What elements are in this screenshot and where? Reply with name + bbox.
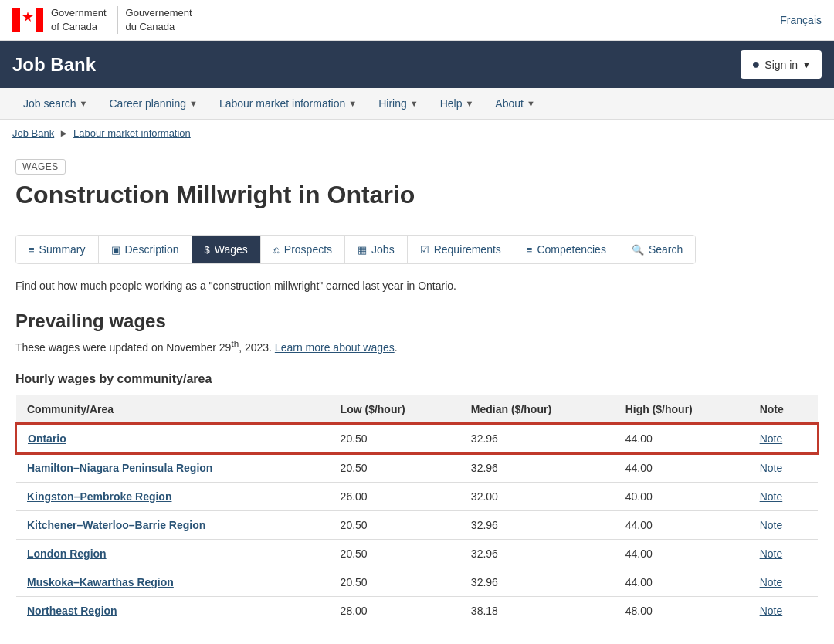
wage-cell-high: 44.00 [615, 511, 749, 540]
wage-cell-high: 44.00 [615, 540, 749, 568]
nav-item-hiring[interactable]: Hiring ▼ [368, 88, 429, 119]
list-icon: ≡ [29, 244, 35, 256]
nav-item-labour-market[interactable]: Labour market information ▼ [208, 88, 368, 119]
tab-jobs[interactable]: ▦ Jobs [345, 236, 408, 263]
gov-header: Government of Canada Gouvernement du Can… [0, 0, 834, 41]
community-link[interactable]: Ontario [28, 432, 66, 445]
note-cell: Note [749, 511, 818, 540]
breadcrumb-job-bank[interactable]: Job Bank [12, 127, 54, 139]
col-community: Community/Area [16, 395, 330, 424]
note-link[interactable]: Note [760, 462, 783, 474]
note-link[interactable]: Note [760, 605, 783, 617]
col-median: Median ($/hour) [460, 395, 615, 424]
chevron-down-icon: ▼ [465, 99, 473, 108]
note-link[interactable]: Note [760, 519, 783, 531]
tabs: ≡ Summary ▣ Description $ Wages ⎌ Prospe… [15, 235, 696, 264]
gov-name-fr: Gouvernement du Canada [117, 6, 192, 34]
table-header-row: Community/Area Low ($/hour) Median ($/ho… [16, 395, 818, 424]
job-bank-title: Job Bank [12, 54, 96, 76]
wages-table: Community/Area Low ($/hour) Median ($/ho… [15, 395, 819, 625]
table-row: Muskoka–Kawarthas Region20.5032.9644.00N… [16, 568, 818, 597]
breadcrumb: Job Bank ► Labour market information [0, 120, 834, 147]
wage-cell-median: 32.96 [460, 540, 615, 568]
table-row: Kingston–Pembroke Region26.0032.0040.00N… [16, 483, 818, 511]
breadcrumb-lmi[interactable]: Labour market information [73, 127, 191, 139]
svg-rect-1 [36, 8, 43, 32]
wage-cell-median: 32.00 [460, 483, 615, 511]
wage-cell-low: 20.50 [330, 540, 460, 568]
note-cell: Note [749, 597, 818, 625]
table-row: London Region20.5032.9644.00Note [16, 540, 818, 568]
wage-cell-high: 44.00 [615, 424, 749, 453]
nav-item-job-search[interactable]: Job search ▼ [12, 88, 98, 119]
table-row: Ontario20.5032.9644.00Note [16, 424, 818, 453]
tab-search[interactable]: 🔍 Search [619, 236, 695, 263]
wage-cell-median: 38.18 [460, 597, 615, 625]
sign-in-button[interactable]: ● Sign in ▼ [741, 50, 822, 79]
grid-icon: ▦ [358, 244, 367, 256]
wage-cell-high: 40.00 [615, 483, 749, 511]
tab-summary[interactable]: ≡ Summary [16, 236, 99, 263]
svg-rect-0 [12, 8, 20, 32]
francais-link[interactable]: Français [780, 14, 822, 26]
nav-item-help[interactable]: Help ▼ [429, 88, 485, 119]
note-cell: Note [749, 453, 818, 483]
table-heading: Hourly wages by community/area [15, 372, 819, 386]
wage-cell-median: 32.96 [460, 511, 615, 540]
community-link[interactable]: Hamilton–Niagara Peninsula Region [27, 462, 212, 474]
note-link[interactable]: Note [760, 547, 783, 560]
note-cell: Note [749, 424, 818, 453]
prevailing-wages-heading: Prevailing wages [15, 310, 819, 332]
wage-cell-low: 26.00 [330, 483, 460, 511]
community-link[interactable]: Muskoka–Kawarthas Region [27, 576, 174, 588]
nav-item-about[interactable]: About ▼ [484, 88, 545, 119]
chevron-down-icon: ▼ [189, 99, 198, 108]
wage-cell-high: 44.00 [615, 453, 749, 483]
tab-description[interactable]: ▣ Description [99, 236, 192, 263]
tab-competencies[interactable]: ≡ Competencies [514, 236, 619, 263]
wage-cell-low: 20.50 [330, 424, 460, 453]
table-row: Northeast Region28.0038.1848.00Note [16, 597, 818, 625]
chart-icon: ⎌ [273, 244, 280, 256]
community-link[interactable]: London Region [27, 547, 107, 560]
wage-cell-median: 32.96 [460, 424, 615, 453]
col-note: Note [749, 395, 818, 424]
dollar-icon: $ [205, 244, 210, 256]
wage-cell-median: 32.96 [460, 568, 615, 597]
sign-in-label: Sign in [764, 59, 798, 71]
chevron-down-icon: ▼ [802, 60, 811, 69]
chevron-down-icon: ▼ [527, 99, 535, 108]
col-low: Low ($/hour) [330, 395, 460, 424]
description-text: Find out how much people working as a "c… [15, 280, 819, 292]
list2-icon: ≡ [527, 244, 533, 256]
table-row: Hamilton–Niagara Peninsula Region20.5032… [16, 453, 818, 483]
note-link[interactable]: Note [760, 432, 783, 445]
breadcrumb-separator: ► [59, 127, 69, 139]
tab-prospects[interactable]: ⎌ Prospects [261, 236, 345, 263]
wage-cell-high: 44.00 [615, 568, 749, 597]
community-link[interactable]: Northeast Region [27, 605, 117, 617]
gov-logo: Government of Canada Gouvernement du Can… [12, 6, 192, 34]
chevron-down-icon: ▼ [79, 99, 87, 108]
tab-requirements[interactable]: ☑ Requirements [408, 236, 514, 263]
wage-cell-high: 48.00 [615, 597, 749, 625]
nav-item-career-planning[interactable]: Career planning ▼ [98, 88, 208, 119]
table-row: Kitchener–Waterloo–Barrie Region20.5032.… [16, 511, 818, 540]
tab-wages[interactable]: $ Wages [192, 236, 261, 263]
main-content: WAGES Construction Millwright in Ontario… [0, 147, 834, 638]
col-high: High ($/hour) [615, 395, 749, 424]
check-icon: ☑ [420, 244, 429, 256]
wage-cell-low: 20.50 [330, 568, 460, 597]
section-subtext: These wages were updated on November 29t… [15, 338, 819, 354]
learn-more-link[interactable]: Learn more about wages [275, 341, 395, 354]
community-link[interactable]: Kitchener–Waterloo–Barrie Region [27, 519, 205, 531]
wage-cell-median: 32.96 [460, 453, 615, 483]
search-icon: 🔍 [632, 244, 644, 256]
main-nav: Job search ▼ Career planning ▼ Labour ma… [0, 88, 834, 120]
note-link[interactable]: Note [760, 576, 783, 588]
wage-cell-low: 20.50 [330, 511, 460, 540]
chevron-down-icon: ▼ [410, 99, 419, 108]
chevron-down-icon: ▼ [348, 99, 357, 108]
community-link[interactable]: Kingston–Pembroke Region [27, 490, 171, 503]
note-link[interactable]: Note [760, 490, 783, 503]
